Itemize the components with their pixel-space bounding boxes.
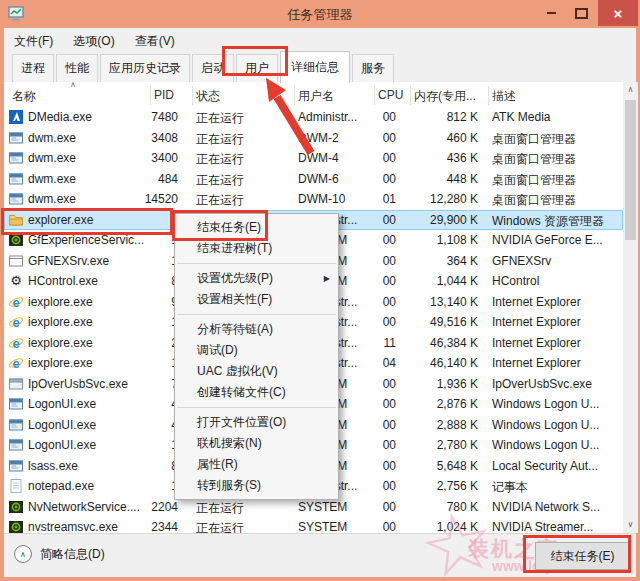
column-divider[interactable] <box>410 86 411 105</box>
column-header-pid[interactable]: PID <box>154 88 174 102</box>
menu-item-12[interactable]: 联机搜索(N) <box>175 433 338 454</box>
tab-startup[interactable]: 启动 <box>192 54 234 83</box>
column-divider[interactable] <box>488 86 489 105</box>
table-row[interactable]: DMedia.exe7480正在运行Administr...00812 KATK… <box>4 107 623 128</box>
column-divider[interactable] <box>374 86 375 105</box>
window-icon <box>8 171 24 187</box>
window-icon <box>8 458 24 474</box>
process-cpu: 00 <box>366 274 396 288</box>
titlebar[interactable]: 任务管理器 × <box>0 0 640 28</box>
task-manager-window: 任务管理器 × 文件(F)选项(O)查看(V) 进程性能应用历史记录启动用户详细… <box>0 0 640 581</box>
process-desc: Windows Logon U... <box>492 397 620 411</box>
tab-processes[interactable]: 进程 <box>12 54 54 83</box>
process-cpu: 11 <box>366 336 396 350</box>
menu-item-label: 设置优先级(P) <box>197 271 273 285</box>
menu-item-1[interactable]: 结束进程树(T) <box>175 238 338 259</box>
menu-item-11[interactable]: 打开文件位置(O) <box>175 412 338 433</box>
process-cpu: 04 <box>366 356 396 370</box>
tab-performance[interactable]: 性能 <box>56 54 98 83</box>
table-row[interactable]: nvstreamsvc.exe2344正在运行SYSTEM001,024 KNV… <box>4 517 623 533</box>
menu-item-9[interactable]: 创建转储文件(C) <box>175 382 338 403</box>
close-button[interactable]: × <box>598 0 638 26</box>
menu-item-label: 设置相关性(F) <box>197 292 272 306</box>
menu-item-6[interactable]: 分析等待链(A) <box>175 319 338 340</box>
tab-details[interactable]: 详细信息 <box>280 51 350 83</box>
process-cpu: 00 <box>366 213 396 227</box>
process-pid: 8 <box>122 274 178 288</box>
menu-item-4[interactable]: 设置相关性(F) <box>175 289 338 310</box>
maximize-button[interactable] <box>566 0 596 26</box>
process-user: SYSTEM <box>298 520 374 533</box>
menu-item-label: UAC 虚拟化(V) <box>197 364 278 378</box>
process-cpu: 00 <box>366 295 396 309</box>
process-memory: 2,888 K <box>402 418 478 432</box>
menubar-item-2[interactable]: 查看(V) <box>125 30 185 53</box>
tab-bar: 进程性能应用历史记录启动用户详细信息服务 <box>4 52 636 82</box>
menu-item-label: 结束任务(E) <box>197 220 261 234</box>
process-desc: Windows 资源管理器 <box>492 213 620 230</box>
table-row[interactable]: dwm.exe3408正在运行DWM-200460 K桌面窗口管理器 <box>4 128 623 149</box>
process-pid: 9 <box>122 295 178 309</box>
table-row[interactable]: dwm.exe14520正在运行DWM-100112,280 K桌面窗口管理器 <box>4 189 623 210</box>
fewer-details-toggle[interactable]: ∧ 简略信息(D) <box>14 545 105 563</box>
menu-item-7[interactable]: 调试(D) <box>175 340 338 361</box>
scrollbar-thumb[interactable] <box>625 100 636 240</box>
vertical-scrollbar[interactable]: ∧ ∨ <box>623 82 638 533</box>
window-icon <box>8 130 24 146</box>
menu-item-label: 结束进程树(T) <box>197 241 272 255</box>
menu-item-3[interactable]: 设置优先级(P)▶ <box>175 268 338 289</box>
column-header-cpu[interactable]: CPU <box>378 88 403 102</box>
process-memory: 5,648 K <box>402 459 478 473</box>
column-header-desc[interactable]: 描述 <box>492 88 516 105</box>
process-memory: 46,384 K <box>402 336 478 350</box>
process-memory: 1,044 K <box>402 274 478 288</box>
column-header-user[interactable]: 用户名 <box>298 88 334 105</box>
tab-app-history[interactable]: 应用历史记录 <box>100 54 190 83</box>
tab-users[interactable]: 用户 <box>236 54 278 83</box>
menubar-item-0[interactable]: 文件(F) <box>4 30 63 53</box>
process-cpu: 00 <box>366 131 396 145</box>
menu-item-13[interactable]: 属性(R) <box>175 454 338 475</box>
process-pid: 7 <box>122 213 178 227</box>
table-row[interactable]: dwm.exe3400正在运行DWM-400436 K桌面窗口管理器 <box>4 148 623 169</box>
window-plain-icon <box>8 253 24 269</box>
minimize-button[interactable] <box>536 0 566 26</box>
nvidia-icon <box>8 232 24 248</box>
column-header-status[interactable]: 状态 <box>196 88 220 105</box>
scroll-up-icon[interactable]: ∧ <box>623 82 638 98</box>
column-divider[interactable] <box>294 86 295 105</box>
process-memory: 460 K <box>402 131 478 145</box>
svg-text:e: e <box>12 335 19 350</box>
process-memory: 364 K <box>402 254 478 268</box>
process-cpu: 00 <box>366 397 396 411</box>
process-cpu: 01 <box>366 192 396 206</box>
process-status: 正在运行 <box>196 131 288 148</box>
process-status: 正在运行 <box>196 520 288 533</box>
column-divider[interactable] <box>192 86 193 105</box>
process-memory: 2,780 K <box>402 438 478 452</box>
ie-icon: e <box>8 314 24 330</box>
menu-item-0[interactable]: 结束任务(E) <box>175 217 338 238</box>
end-task-button[interactable]: 结束任务(E) <box>535 542 630 570</box>
menubar-item-1[interactable]: 选项(O) <box>63 30 124 53</box>
menu-item-8[interactable]: UAC 虚拟化(V) <box>175 361 338 382</box>
process-user: DWM-2 <box>298 131 374 145</box>
process-memory: 2,876 K <box>402 397 478 411</box>
menu-item-14[interactable]: 转到服务(S) <box>175 475 338 496</box>
tab-services[interactable]: 服务 <box>352 54 394 83</box>
process-desc: HControl <box>492 274 620 288</box>
process-pid: 484 <box>122 172 178 186</box>
scroll-down-icon[interactable]: ∨ <box>623 517 638 533</box>
process-memory: 1,108 K <box>402 233 478 247</box>
column-header-memory[interactable]: 内存(专用... <box>414 88 476 105</box>
column-divider[interactable] <box>150 86 151 105</box>
process-memory: 49,516 K <box>402 315 478 329</box>
process-pid: 14520 <box>122 192 178 206</box>
process-desc: Internet Explorer <box>492 295 620 309</box>
table-row[interactable]: dwm.exe484正在运行DWM-600448 K桌面窗口管理器 <box>4 169 623 190</box>
process-pid: 4 <box>122 397 178 411</box>
column-header-name[interactable]: 名称 <box>12 88 36 105</box>
process-desc: 桌面窗口管理器 <box>492 131 620 148</box>
ie-icon: e <box>8 335 24 351</box>
notepad-icon <box>8 478 24 494</box>
